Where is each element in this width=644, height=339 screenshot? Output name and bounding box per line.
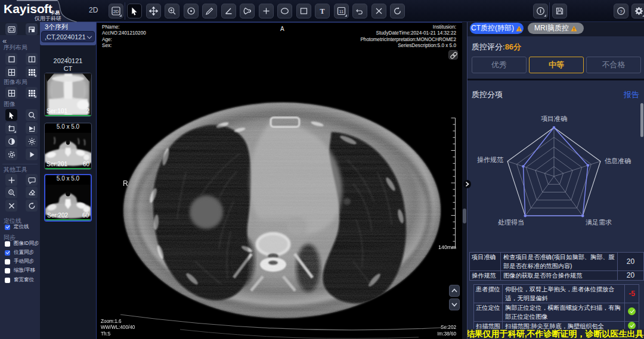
svg-text:处理得当: 处理得当 [498, 219, 524, 226]
svg-text:11: 11 [339, 10, 343, 14]
svg-text:2D: 2D [113, 9, 119, 14]
svg-text:信息准确: 信息准确 [605, 157, 631, 164]
svg-text:T: T [320, 7, 324, 15]
svg-text:操作规范: 操作规范 [477, 156, 503, 163]
svg-text:满足需求: 满足需求 [586, 219, 612, 226]
svg-text:?: ? [620, 9, 623, 14]
svg-text:项目准确: 项目准确 [541, 115, 567, 122]
